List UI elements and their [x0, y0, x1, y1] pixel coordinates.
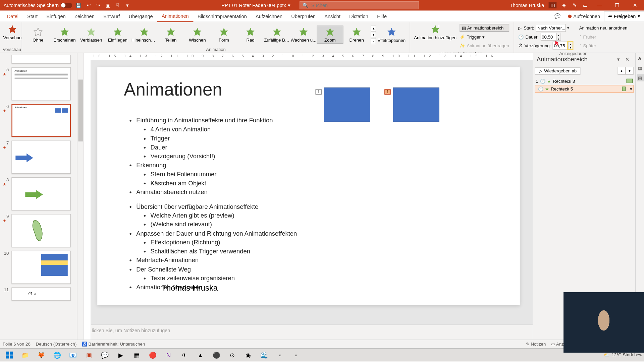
thumb-row[interactable] — [0, 53, 77, 65]
tab-transitions[interactable]: Übergänge — [124, 10, 157, 22]
anim-none[interactable]: Ohne — [25, 26, 51, 43]
undo-icon[interactable]: ↶ — [85, 2, 91, 8]
search-input[interactable] — [311, 3, 416, 8]
thumbs-scrollbar[interactable] — [77, 53, 84, 340]
chrome-icon[interactable]: 🌐 — [50, 349, 65, 360]
obs-icon[interactable]: ⚫ — [209, 349, 224, 360]
anim-shape[interactable]: Form — [211, 26, 237, 43]
anim-split[interactable]: Teilen — [158, 26, 184, 43]
thumb-row[interactable]: 9★ — [0, 212, 77, 249]
onenote-icon[interactable]: N — [161, 349, 176, 360]
diamond-icon[interactable]: ◈ — [561, 2, 567, 8]
move-up-button[interactable]: ▴ — [618, 67, 626, 75]
start-dropdown[interactable]: Nach Vorher...▾ — [536, 24, 566, 32]
tool-2-icon[interactable]: ▤ — [636, 74, 643, 81]
tab-file[interactable]: Datei — [3, 10, 23, 22]
anim-appear[interactable]: Erscheinen — [51, 26, 78, 43]
minimize-button[interactable]: — — [593, 0, 606, 11]
tab-insert[interactable]: Einfügen — [42, 10, 70, 22]
redo-icon[interactable]: ↷ — [95, 2, 101, 8]
app-icon[interactable]: ▦ — [129, 349, 144, 360]
anim-flyin[interactable]: Einfliegen — [104, 26, 131, 43]
firefox-icon[interactable]: 🦊 — [34, 349, 49, 360]
rect-3[interactable] — [324, 87, 370, 122]
gallery-scroll[interactable]: ▴▾⌄ — [371, 25, 376, 44]
app-icon[interactable]: ⊙ — [225, 349, 240, 360]
rect-5[interactable] — [393, 87, 439, 122]
accessibility[interactable]: ♿ Barrierefreiheit: Untersuchen — [82, 342, 145, 347]
telegram-icon[interactable]: ✈ — [177, 349, 192, 360]
notes-pane[interactable]: Klicken Sie, um Notizen hinzuzufügen — [84, 324, 533, 340]
anim-wipe[interactable]: Wischen — [184, 26, 211, 43]
anim-randombars[interactable]: Zufällige Ba... — [264, 26, 290, 43]
search-box[interactable]: 🔍 — [299, 1, 419, 9]
explorer-icon[interactable]: 📁 — [18, 349, 33, 360]
app-icon[interactable]: ▫ — [273, 349, 288, 360]
username[interactable]: Thomas Hruska — [510, 3, 544, 8]
slide-title[interactable]: Animationen — [124, 79, 222, 99]
tab-slideshow[interactable]: Bildschirmpräsentation — [193, 10, 251, 22]
slide-author[interactable]: Thomas Hruska — [161, 283, 218, 293]
autosave-switch[interactable] — [60, 3, 72, 8]
slide-counter[interactable]: Folie 6 von 26 — [3, 342, 31, 347]
tab-design[interactable]: Entwurf — [99, 10, 124, 22]
tab-draw[interactable]: Zeichnen — [70, 10, 99, 22]
anim-tag-1[interactable]: 1 — [315, 89, 321, 95]
touch-icon[interactable]: ☟ — [114, 2, 120, 8]
notes-toggle[interactable]: ✎ Notizen — [526, 342, 546, 347]
tab-dictation[interactable]: Dictation — [345, 10, 373, 22]
thumb-row[interactable]: 11⏱ ♡ — [0, 286, 77, 302]
trigger-button[interactable]: ⚡Trigger▾ — [460, 33, 509, 41]
anim-growturn[interactable]: Wachsen u... — [290, 26, 317, 43]
anim-entry[interactable]: 1 🕐 ★ Rechteck 3 — [535, 77, 634, 85]
add-animation-button[interactable]: +Animation hinzufügen — [413, 23, 458, 41]
tab-start[interactable]: Start — [23, 10, 42, 22]
autosave-toggle[interactable]: Automatisches Speichern — [4, 3, 72, 8]
anim-tag-2[interactable]: 1 — [384, 89, 390, 95]
play-from-button[interactable]: ▷Wiedergeben ab — [535, 67, 581, 74]
app-icon[interactable]: ◉ — [241, 349, 256, 360]
system-tray[interactable]: ⛅ 12°C Stark bew — [604, 352, 643, 357]
move-down-button[interactable]: ▾ — [626, 67, 634, 75]
anim-floatin[interactable]: Hineinschw... — [131, 26, 157, 43]
start-button[interactable] — [2, 349, 17, 360]
chevron-down-icon[interactable]: ▾ — [630, 86, 632, 92]
language[interactable]: Deutsch (Österreich) — [36, 342, 77, 347]
powerpoint-icon[interactable]: ▣ — [82, 349, 97, 360]
close-button[interactable]: ✕ — [628, 0, 642, 11]
record-button[interactable]: Aufzeichnen — [564, 11, 604, 21]
anim-fade[interactable]: Verblassen — [78, 26, 104, 43]
pen-icon[interactable]: ✎ — [572, 2, 578, 8]
tab-view[interactable]: Ansicht — [320, 10, 345, 22]
maximize-button[interactable]: ☐ — [610, 0, 624, 11]
tab-review[interactable]: Überprüfen — [287, 10, 320, 22]
thumb-row[interactable]: 10 — [0, 249, 77, 286]
comments-icon[interactable]: 💬 — [554, 13, 560, 19]
present-icon[interactable]: ▣ — [105, 2, 111, 8]
save-icon[interactable]: 💾 — [75, 2, 82, 8]
share-button[interactable]: ➦Freigeben▾ — [604, 11, 644, 21]
edge-icon[interactable]: 🌊 — [257, 349, 272, 360]
animation-pane-button[interactable]: ▤Animationsbereich — [460, 24, 509, 32]
preview-button[interactable]: Vorschau — [3, 23, 22, 41]
vlc-icon[interactable]: ▶ — [113, 349, 128, 360]
filename[interactable]: PPT 01 Roter Faden 004.pptx ▾ — [221, 2, 290, 8]
thumb-row[interactable]: 7★ — [0, 139, 77, 175]
slide-canvas[interactable]: Animationen Einführung in Animationseffe… — [97, 67, 520, 305]
tab-record[interactable]: Aufzeichnen — [251, 10, 287, 22]
slide-body[interactable]: Einführung in Animationseffekte und ihre… — [128, 116, 297, 292]
tab-help[interactable]: Hilfe — [373, 10, 391, 22]
app-icon[interactable]: ▲ — [193, 349, 208, 360]
qat-more-icon[interactable]: ▾ — [124, 2, 130, 8]
app-icon[interactable]: 💬 — [97, 349, 112, 360]
anim-zoom[interactable]: Zoom — [317, 26, 343, 44]
tab-animations[interactable]: Animationen — [157, 10, 193, 22]
thumb-row[interactable]: 6★Animationen — [0, 102, 77, 139]
user-avatar[interactable]: TH — [549, 2, 557, 8]
outlook-icon[interactable]: 📧 — [65, 349, 80, 360]
thumb-row[interactable]: 8★ — [0, 176, 77, 212]
thumb-row[interactable]: 5★Animationen — [0, 65, 77, 102]
anim-entry[interactable]: 🕐 ★ Rechteck 5 ▾ — [535, 85, 634, 93]
effect-options-button[interactable]: Effektoptionen — [376, 26, 407, 44]
collapse-icon[interactable]: ⮝ — [636, 55, 643, 62]
